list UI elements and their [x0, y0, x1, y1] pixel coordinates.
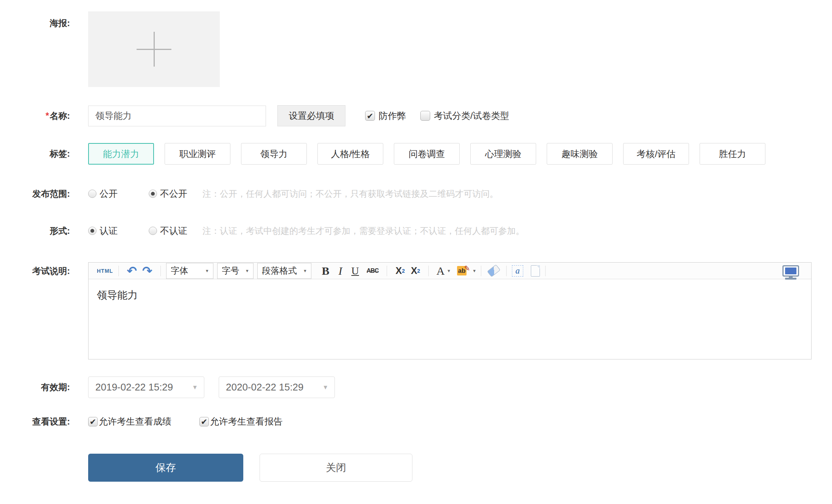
font-color-caret[interactable]: ▾: [448, 268, 450, 274]
radio-noauth-label: 不认证: [160, 225, 187, 237]
name-input[interactable]: [88, 106, 266, 126]
exam-category-checkbox-group[interactable]: 考试分类/试卷类型: [420, 110, 509, 122]
format-label: 形式:: [0, 225, 70, 237]
highlight-pen-icon: ✎: [464, 265, 470, 272]
bold-icon[interactable]: B: [322, 265, 330, 277]
validity-label: 有效期:: [0, 381, 70, 393]
superscript-exp: 2: [402, 268, 405, 274]
tag-button[interactable]: 考核/评估: [623, 143, 689, 165]
chevron-down-icon: ▼: [322, 384, 328, 391]
check-icon: ✔: [201, 418, 208, 426]
tag-button[interactable]: 能力潜力: [88, 143, 154, 165]
highlight-caret[interactable]: ▾: [473, 268, 476, 274]
radio-auth-icon[interactable]: [88, 227, 96, 235]
font-family-label: 字体: [171, 265, 188, 277]
format-row: 形式: 认证 不认证 注：认证，考试中创建的考生才可参加，需要登录认证；不认证，…: [0, 224, 832, 237]
radio-private[interactable]: 不公开: [149, 188, 187, 200]
editor-content[interactable]: 领导能力: [89, 279, 811, 359]
tags-label: 标签:: [0, 148, 70, 160]
tag-button[interactable]: 趣味测验: [547, 143, 613, 165]
tag-button[interactable]: 领导力: [241, 143, 307, 165]
editor-toolbar: HTML ↶ ↷ 字体▾ 字号▾ 段落格式▾ B I U ABC X2 X2: [89, 263, 811, 279]
paragraph-format-select[interactable]: 段落格式▾: [257, 263, 311, 279]
plus-icon: [137, 32, 171, 67]
view-report-label: 允许考生查看报告: [210, 415, 283, 428]
superscript-icon[interactable]: X2: [395, 266, 404, 275]
poster-label: 海报:: [0, 11, 70, 29]
font-size-select[interactable]: 字号▾: [217, 263, 253, 279]
font-color-icon[interactable]: A: [436, 265, 445, 277]
actions-row: 保存 关闭: [0, 454, 832, 482]
tag-button[interactable]: 问卷调查: [394, 143, 460, 165]
tag-button[interactable]: 职业测评: [165, 143, 230, 165]
anti-cheat-label: 防作弊: [379, 110, 406, 122]
chevron-down-icon: ▾: [206, 268, 208, 274]
view-settings-label: 查看设置:: [0, 416, 70, 428]
set-required-button[interactable]: 设置必填项: [277, 105, 345, 126]
exam-category-checkbox[interactable]: [420, 111, 430, 121]
view-settings-row: 查看设置: ✔ 允许考生查看成绩 ✔ 允许考生查看报告: [0, 415, 832, 428]
start-date-select[interactable]: 2019-02-22 15:29 ▼: [88, 376, 204, 398]
name-label: *名称:: [0, 110, 70, 122]
validity-row: 有效期: 2019-02-22 15:29 ▼ 2020-02-22 15:29…: [0, 376, 832, 398]
description-label: 考试说明:: [0, 262, 70, 277]
underline-icon[interactable]: U: [351, 266, 359, 276]
name-row: *名称: 设置必填项 ✔ 防作弊 考试分类/试卷类型: [0, 105, 832, 126]
check-icon: ✔: [90, 418, 96, 426]
radio-auth-label: 认证: [100, 225, 118, 237]
toolbar-separator: [481, 266, 481, 276]
radio-public[interactable]: 公开: [88, 188, 118, 200]
chevron-down-icon: ▾: [304, 268, 306, 274]
toolbar-separator: [506, 266, 507, 276]
publish-scope-note: 注：公开，任何人都可访问；不公开，只有获取考试链接及二维码才可访问。: [202, 188, 498, 200]
subscript-base: X: [411, 266, 417, 275]
chevron-down-icon: ▼: [192, 384, 198, 391]
radio-private-icon[interactable]: [149, 190, 157, 198]
new-page-icon[interactable]: [531, 265, 540, 277]
redo-icon[interactable]: ↷: [142, 265, 152, 277]
anti-cheat-checkbox-group[interactable]: ✔ 防作弊: [365, 110, 406, 122]
strikethrough-icon[interactable]: ABC: [367, 268, 379, 274]
paragraph-format-label: 段落格式: [262, 265, 297, 277]
publish-scope-row: 发布范围: 公开 不公开 注：公开，任何人都可访问；不公开，只有获取考试链接及二…: [0, 187, 832, 200]
radio-noauth-icon[interactable]: [149, 227, 157, 235]
undo-icon[interactable]: ↶: [127, 265, 137, 277]
subscript-idx: 2: [417, 268, 420, 274]
font-family-select[interactable]: 字体▾: [166, 263, 213, 279]
subscript-icon[interactable]: X2: [411, 266, 420, 275]
highlight-icon[interactable]: ab✎: [457, 266, 470, 275]
save-button[interactable]: 保存: [88, 454, 243, 482]
exam-category-label: 考试分类/试卷类型: [434, 110, 509, 122]
end-date-value: 2020-02-22 15:29: [226, 381, 303, 393]
tag-button[interactable]: 胜任力: [700, 143, 765, 165]
toolbar-separator: [387, 266, 387, 276]
view-score-checkbox[interactable]: ✔: [88, 417, 98, 426]
italic-icon[interactable]: I: [339, 265, 342, 277]
radio-public-label: 公开: [100, 188, 118, 200]
close-button[interactable]: 关闭: [260, 454, 412, 482]
eraser-icon[interactable]: [487, 264, 500, 277]
view-score-label: 允许考生查看成绩: [99, 415, 171, 428]
toolbar-separator: [545, 266, 546, 276]
radio-public-icon[interactable]: [88, 190, 96, 198]
end-date-select[interactable]: 2020-02-22 15:29 ▼: [219, 376, 335, 398]
chevron-down-icon: ▾: [246, 268, 249, 274]
fullscreen-screen: [785, 268, 796, 274]
radio-auth[interactable]: 认证: [88, 225, 118, 237]
tag-button[interactable]: 人格/性格: [317, 143, 383, 165]
html-source-button[interactable]: HTML: [97, 268, 113, 274]
tag-button[interactable]: 心理测验: [470, 143, 536, 165]
inline-style-icon[interactable]: a: [512, 265, 523, 277]
anti-cheat-checkbox[interactable]: ✔: [365, 111, 375, 121]
toolbar-separator: [118, 266, 119, 276]
view-report-checkbox[interactable]: ✔: [199, 417, 209, 426]
poster-upload-box[interactable]: [88, 11, 220, 87]
name-label-text: 名称:: [50, 111, 70, 121]
view-score-checkbox-group[interactable]: ✔ 允许考生查看成绩: [88, 415, 171, 428]
toolbar-separator: [160, 266, 161, 276]
view-report-checkbox-group[interactable]: ✔ 允许考生查看报告: [199, 415, 283, 428]
fullscreen-icon[interactable]: [782, 265, 799, 277]
poster-row: 海报:: [0, 11, 832, 87]
radio-noauth[interactable]: 不认证: [149, 225, 187, 237]
toolbar-separator: [428, 266, 429, 276]
